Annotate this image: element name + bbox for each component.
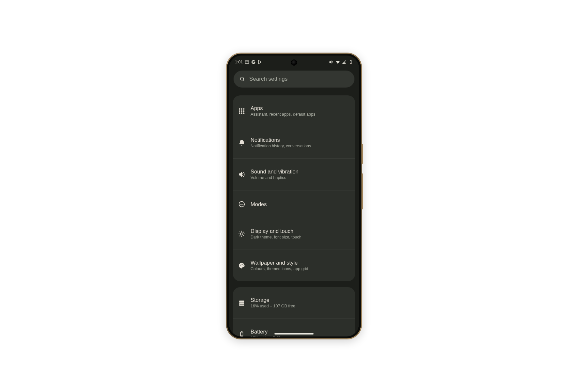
battery-icon <box>238 331 245 336</box>
row-title: Sound and vibration <box>251 169 299 175</box>
settings-modes[interactable]: Modes <box>233 190 355 218</box>
settings-wallpaper[interactable]: Wallpaper and style Colours, themed icon… <box>233 250 355 281</box>
bell-icon <box>238 139 245 146</box>
svg-point-15 <box>240 265 241 266</box>
gmail-icon <box>245 60 249 64</box>
group-system: Storage 16% used – 107 GB free Battery 1… <box>233 287 355 336</box>
row-title: Wallpaper and style <box>251 260 308 266</box>
google-g-icon <box>251 60 256 64</box>
row-subtitle: 15% – Until 7:45 am <box>251 335 287 336</box>
dnd-icon <box>238 201 245 208</box>
svg-point-12 <box>243 113 245 114</box>
svg-rect-21 <box>239 304 244 306</box>
row-title: Modes <box>251 201 267 207</box>
svg-point-16 <box>241 264 242 265</box>
row-subtitle: Assistant, recent apps, default apps <box>251 112 315 117</box>
search-placeholder: Search settings <box>249 76 287 82</box>
svg-point-9 <box>243 110 245 112</box>
front-camera <box>292 60 297 65</box>
power-button[interactable] <box>362 144 363 164</box>
svg-point-11 <box>241 113 242 114</box>
brightness-icon <box>238 230 245 237</box>
svg-point-18 <box>243 265 244 266</box>
svg-point-14 <box>240 233 243 235</box>
apps-grid-icon <box>238 107 245 115</box>
battery-low-icon <box>349 60 353 64</box>
search-settings[interactable]: Search settings <box>234 71 354 88</box>
signal-icon <box>342 60 347 64</box>
svg-rect-20 <box>239 302 244 304</box>
status-time: 1:01 <box>235 60 243 64</box>
group-personalization: Apps Assistant, recent apps, default app… <box>233 95 355 281</box>
svg-rect-19 <box>239 301 244 302</box>
settings-sound[interactable]: Sound and vibration Volume and haptics <box>233 159 355 190</box>
storage-icon <box>238 299 245 306</box>
settings-storage[interactable]: Storage 16% used – 107 GB free <box>233 287 355 319</box>
svg-rect-24 <box>241 336 243 336</box>
svg-point-8 <box>241 110 242 112</box>
row-subtitle: Notification history, conversations <box>251 144 311 149</box>
palette-icon <box>238 262 245 269</box>
svg-rect-2 <box>351 63 351 63</box>
home-indicator[interactable] <box>274 333 314 335</box>
row-title: Notifications <box>251 137 311 143</box>
volume-icon <box>238 171 245 178</box>
row-subtitle: 16% used – 107 GB free <box>251 304 295 309</box>
screen: 1:01 Search settings <box>229 56 359 336</box>
wifi-icon <box>335 60 340 64</box>
phone-frame: 1:01 Search settings <box>226 53 362 339</box>
svg-point-7 <box>239 110 240 112</box>
svg-point-5 <box>241 108 242 110</box>
row-title: Apps <box>251 105 315 111</box>
search-icon <box>239 76 245 82</box>
volume-mute-icon <box>329 60 334 64</box>
svg-point-10 <box>239 113 240 114</box>
settings-content: Search settings Apps Assistant, recent a… <box>229 69 359 336</box>
row-subtitle: Colours, themed icons, app grid <box>251 267 308 272</box>
settings-display[interactable]: Display and touch Dark theme, font size,… <box>233 218 355 250</box>
row-subtitle: Volume and haptics <box>251 175 299 181</box>
svg-rect-23 <box>241 332 242 332</box>
svg-point-4 <box>239 108 240 110</box>
volume-rocker[interactable] <box>362 173 363 209</box>
settings-notifications[interactable]: Notifications Notification history, conv… <box>233 127 355 159</box>
svg-point-6 <box>243 108 245 110</box>
play-store-icon <box>258 60 262 64</box>
settings-apps[interactable]: Apps Assistant, recent apps, default app… <box>233 95 355 127</box>
row-title: Storage <box>251 297 295 303</box>
svg-rect-1 <box>351 60 351 60</box>
row-title: Display and touch <box>251 228 302 234</box>
row-subtitle: Dark theme, font size, touch <box>251 235 302 240</box>
svg-point-17 <box>242 264 243 265</box>
